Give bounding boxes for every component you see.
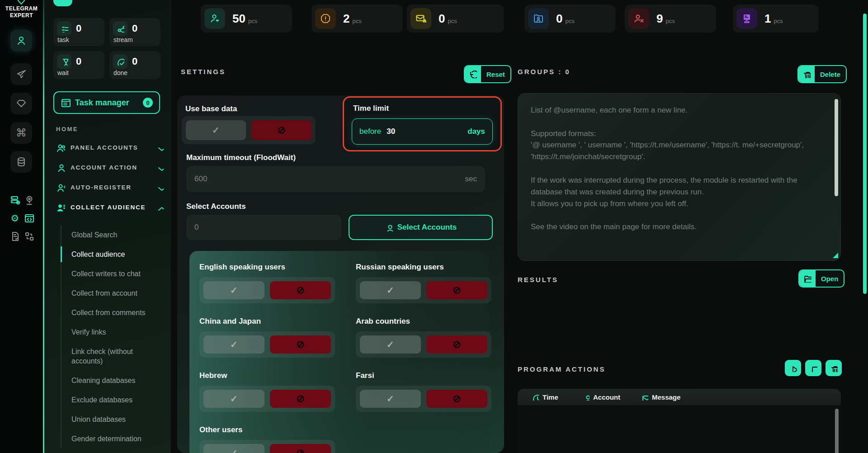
toggle-off-option[interactable]: ⊘ (270, 281, 331, 299)
task-manager-button[interactable]: Task manager 0 (53, 91, 160, 114)
settings-card: Use base data ✓ ⊘ Time limit before days… (177, 95, 504, 453)
toggle-on-option[interactable]: ✓ (203, 335, 264, 354)
language-label: Farsi (356, 371, 491, 380)
column-message[interactable]: Message (642, 393, 680, 401)
nav-item-collect-audience[interactable]: COLLECT AUDIENCE (44, 197, 171, 217)
reset-button[interactable]: Reset (464, 65, 511, 83)
play-button[interactable] (785, 360, 801, 376)
submenu-collect-from-account[interactable]: Collect from account (61, 283, 168, 303)
block-icon: ⊘ (453, 284, 461, 296)
menu-pill-button[interactable] (53, 0, 72, 6)
time-limit-highlight: Time limit before days (343, 96, 502, 151)
delete-label: Delete (815, 66, 846, 82)
time-limit-input-group: before days (352, 118, 493, 145)
toggle-on-option[interactable]: ✓ (186, 120, 246, 140)
column-time[interactable]: Time (532, 393, 583, 401)
check-icon: ✓ (387, 393, 394, 404)
toggle-on-option[interactable]: ✓ (360, 281, 421, 299)
code-window-icon[interactable] (24, 212, 34, 223)
toggle-off-option[interactable]: ⊘ (426, 281, 487, 299)
rail-command-button[interactable]: ⌘ (10, 122, 32, 144)
chevron-up-icon (156, 203, 164, 211)
language-label: Russian speaking users (356, 263, 491, 272)
toggle-off-option[interactable]: ⊘ (251, 120, 311, 140)
submenu-collect-from-comments[interactable]: Collect from comments (61, 303, 168, 322)
database-icon (16, 156, 27, 167)
reset-label: Reset (481, 66, 510, 82)
column-label: Account (593, 393, 620, 401)
alert-octagon-icon (315, 8, 336, 29)
clear-actions-button[interactable] (826, 360, 842, 376)
submenu-verify-links[interactable]: Verify links (61, 322, 168, 342)
submenu-cleaning-databases[interactable]: Cleaning databases (61, 371, 168, 390)
stat-value: 50 (232, 12, 245, 26)
person-list-icon (56, 203, 65, 212)
profile-icon (16, 35, 27, 46)
stat-value: 9 (656, 12, 663, 26)
stat-unit: pcs (248, 18, 257, 24)
person-plus-icon (56, 183, 65, 192)
accounts-count-input[interactable] (194, 223, 333, 232)
submenu-link-check[interactable]: Link check (without accounts) (61, 342, 168, 371)
time-limit-input[interactable] (387, 127, 414, 136)
brand-chevron-icon (17, 0, 26, 5)
time-limit-prefix[interactable]: before (359, 127, 381, 136)
check-icon: ✓ (387, 339, 394, 350)
toggle-off-option[interactable]: ⊘ (270, 390, 331, 408)
stop-button[interactable] (805, 360, 821, 376)
stat-card-spam: 0 pcs (407, 5, 504, 33)
gem-icon (16, 98, 27, 109)
document-check-icon[interactable] (9, 231, 20, 241)
open-button[interactable]: Open (798, 269, 844, 288)
submenu-gender-determination[interactable]: Gender determination (61, 429, 168, 448)
toggle-on-option[interactable]: ✓ (360, 335, 421, 354)
counter-label: wait (57, 69, 69, 76)
nav-item-account-action[interactable]: ACCOUNT ACTION (44, 157, 171, 177)
groups-resize-handle[interactable] (833, 253, 838, 258)
counter-task: 0 task (53, 18, 104, 46)
task-manager-icon (61, 98, 71, 108)
trash-icon (830, 364, 838, 372)
toggle-on-option[interactable]: ✓ (203, 444, 264, 453)
toggle-on-option[interactable]: ✓ (360, 390, 421, 408)
rail-telegram-button[interactable] (10, 63, 32, 85)
person-icon (385, 223, 393, 231)
table-scrollbar-thumb[interactable] (835, 409, 839, 453)
column-account[interactable]: Account (583, 393, 642, 401)
rail-profile-button[interactable] (10, 30, 32, 52)
delete-button[interactable]: Delete (797, 65, 847, 83)
nav-item-auto-register[interactable]: AUTO-REGISTER (44, 177, 171, 197)
time-limit-unit: days (467, 127, 485, 136)
groups-textarea[interactable] (518, 94, 840, 260)
rail-premium-button[interactable] (10, 93, 32, 114)
play-icon (789, 364, 797, 372)
gear-icon[interactable]: ⚙ (9, 212, 20, 223)
program-actions-title: PROGRAM ACTIONS (518, 365, 605, 373)
nav-item-label: COLLECT AUDIENCE (71, 204, 146, 211)
nav-item-panel-accounts[interactable]: PANEL ACCOUNTS (44, 137, 171, 157)
submenu-union-databases[interactable]: Union databases (61, 410, 168, 429)
toggle-on-option[interactable]: ✓ (203, 390, 264, 408)
toggle-off-option[interactable]: ⊘ (270, 444, 331, 453)
page-scrollbar-thumb[interactable] (863, 14, 867, 294)
toggle-off-option[interactable]: ⊘ (270, 335, 331, 354)
toggle-off-option[interactable]: ⊘ (426, 390, 487, 408)
rail-database-button[interactable] (10, 151, 32, 173)
submenu-collect-audience[interactable]: Collect audience (61, 245, 168, 264)
timeout-input[interactable] (194, 175, 461, 184)
webcam-icon[interactable] (24, 194, 34, 205)
block-icon: ⊘ (296, 447, 304, 453)
folder-open-icon (799, 270, 816, 287)
swap-icon[interactable] (24, 231, 34, 241)
chevron-down-icon (156, 164, 164, 171)
submenu-global-search[interactable]: Global Search (61, 225, 168, 245)
submenu-collect-writers[interactable]: Collect writers to chat (61, 264, 168, 283)
groups-scrollbar-thumb[interactable] (835, 99, 838, 196)
toggle-on-option[interactable]: ✓ (203, 281, 264, 299)
server-check-icon[interactable] (9, 194, 20, 205)
select-accounts-button[interactable]: Select Accounts (349, 215, 493, 240)
stat-unit: pcs (665, 18, 675, 24)
submenu-exclude-databases[interactable]: Exclude databases (61, 390, 168, 410)
toggle-off-option[interactable]: ⊘ (426, 335, 487, 354)
check-icon: ✓ (230, 339, 238, 350)
